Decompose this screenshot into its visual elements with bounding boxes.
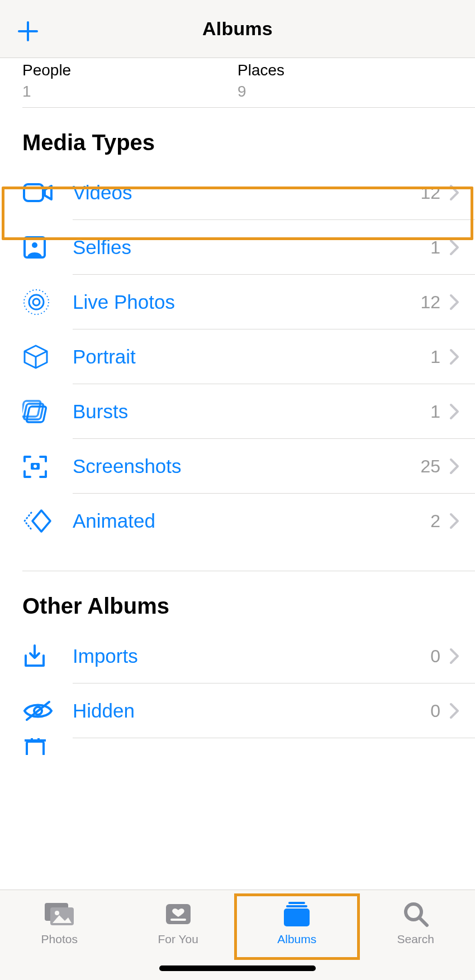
row-label: Portrait bbox=[73, 346, 430, 368]
cube-icon bbox=[22, 343, 49, 370]
people-album-title: People bbox=[22, 61, 238, 79]
chevron-right-icon bbox=[449, 294, 459, 310]
imports-icon bbox=[22, 643, 47, 669]
row-label: Animated bbox=[73, 510, 430, 532]
add-album-button[interactable] bbox=[16, 19, 40, 46]
chevron-right-icon bbox=[449, 239, 459, 256]
screenshots-icon bbox=[22, 453, 48, 479]
trash-icon bbox=[22, 738, 48, 755]
portrait-row[interactable]: Portrait 1 bbox=[0, 329, 475, 384]
chevron-right-icon bbox=[449, 702, 459, 719]
places-album-count: 9 bbox=[238, 83, 453, 101]
other-albums-header: Other Albums bbox=[0, 571, 475, 629]
row-label: Bursts bbox=[73, 400, 430, 423]
chevron-right-icon bbox=[449, 513, 459, 529]
live-photos-row[interactable]: Live Photos 12 bbox=[0, 275, 475, 329]
videos-row[interactable]: Videos 12 bbox=[0, 165, 475, 220]
chevron-right-icon bbox=[449, 348, 459, 365]
search-tab-icon bbox=[402, 901, 429, 928]
media-types-list: Videos 12 Selfies 1 bbox=[0, 165, 475, 548]
svg-point-4 bbox=[32, 242, 37, 248]
video-icon bbox=[22, 181, 54, 204]
people-album-cell[interactable]: People 1 bbox=[22, 61, 238, 101]
svg-rect-15 bbox=[27, 742, 44, 755]
content-area: People 1 Places 9 Media Types Videos 12 bbox=[0, 58, 475, 890]
media-types-header: Media Types bbox=[0, 108, 475, 165]
row-label: Hidden bbox=[73, 700, 430, 722]
row-count: 2 bbox=[430, 511, 440, 532]
page-title: Albums bbox=[0, 18, 475, 40]
selfies-row[interactable]: Selfies 1 bbox=[0, 220, 475, 275]
bursts-row[interactable]: Bursts 1 bbox=[0, 384, 475, 439]
svg-rect-23 bbox=[284, 909, 310, 926]
row-count: 12 bbox=[420, 183, 440, 203]
svg-rect-22 bbox=[286, 905, 307, 907]
row-count: 0 bbox=[430, 646, 440, 667]
tab-search[interactable]: Search bbox=[357, 898, 476, 980]
svg-point-6 bbox=[29, 295, 44, 309]
tab-label: Albums bbox=[277, 933, 316, 946]
hidden-row[interactable]: Hidden 0 bbox=[0, 683, 475, 738]
svg-rect-21 bbox=[288, 902, 305, 904]
svg-point-7 bbox=[24, 290, 49, 314]
albums-tab-icon bbox=[281, 901, 313, 928]
tab-label: Photos bbox=[41, 933, 78, 946]
imports-row[interactable]: Imports 0 bbox=[0, 629, 475, 683]
svg-rect-2 bbox=[24, 184, 43, 201]
row-label: Screenshots bbox=[73, 455, 420, 477]
live-photos-icon bbox=[22, 288, 50, 316]
sub-cells: People 1 Places 9 bbox=[0, 58, 475, 107]
row-label: Selfies bbox=[73, 236, 430, 259]
row-count: 1 bbox=[430, 401, 440, 422]
row-count: 1 bbox=[430, 237, 440, 258]
row-count: 12 bbox=[420, 292, 440, 313]
places-album-title: Places bbox=[238, 61, 453, 79]
partial-row[interactable] bbox=[0, 738, 475, 755]
plus-icon bbox=[16, 19, 40, 44]
row-count: 25 bbox=[420, 456, 440, 477]
svg-rect-20 bbox=[170, 919, 186, 921]
animated-icon bbox=[22, 508, 53, 534]
bursts-icon bbox=[22, 399, 50, 424]
for-you-tab-icon bbox=[164, 902, 193, 926]
row-count: 1 bbox=[430, 347, 440, 367]
places-album-cell[interactable]: Places 9 bbox=[238, 61, 453, 101]
screenshots-row[interactable]: Screenshots 25 bbox=[0, 439, 475, 494]
row-count: 0 bbox=[430, 701, 440, 721]
people-album-count: 1 bbox=[22, 83, 238, 101]
svg-point-18 bbox=[55, 911, 59, 915]
row-label: Videos bbox=[73, 181, 420, 204]
row-label: Imports bbox=[73, 645, 430, 667]
svg-line-25 bbox=[420, 918, 427, 925]
selfie-icon bbox=[22, 235, 47, 260]
animated-row[interactable]: Animated 2 bbox=[0, 494, 475, 548]
tab-label: Search bbox=[397, 933, 434, 946]
photos-tab-icon bbox=[42, 901, 76, 928]
row-label: Live Photos bbox=[73, 291, 420, 313]
tab-photos[interactable]: Photos bbox=[0, 898, 119, 980]
chevron-right-icon bbox=[449, 184, 459, 201]
svg-point-5 bbox=[33, 299, 40, 305]
hidden-eye-icon bbox=[22, 700, 54, 722]
other-albums-list: Imports 0 Hidden 0 bbox=[0, 629, 475, 755]
chevron-right-icon bbox=[449, 403, 459, 420]
tab-bar: Photos For You Albums bbox=[0, 890, 475, 980]
chevron-right-icon bbox=[449, 458, 459, 475]
tab-label: For You bbox=[158, 933, 198, 946]
svg-point-12 bbox=[34, 465, 37, 468]
header-bar: Albums bbox=[0, 0, 475, 58]
home-indicator[interactable] bbox=[159, 965, 316, 971]
chevron-right-icon bbox=[449, 648, 459, 665]
